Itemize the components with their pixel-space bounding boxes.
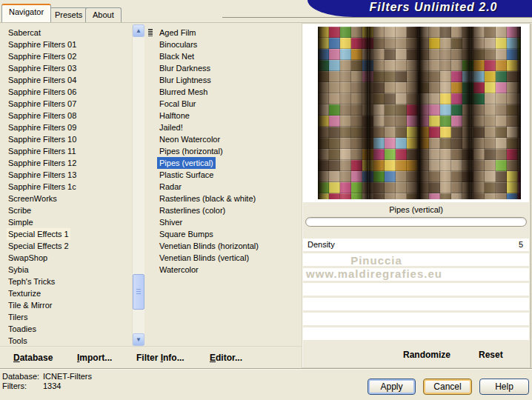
category-scrollbar[interactable]: ▲ ▼ <box>132 24 144 346</box>
filter-item[interactable]: Venetian Blinds (horizontal) <box>147 240 299 252</box>
help-button[interactable]: Help <box>479 379 529 395</box>
filters-unlimited-window: Navigator Presets About Filters Unlimite… <box>0 0 532 400</box>
tab-navigator[interactable]: Navigator <box>1 4 51 22</box>
empty-param-row <box>303 327 529 340</box>
category-item[interactable]: Toadies <box>3 323 130 335</box>
category-item[interactable]: Sapphire Filters 13 <box>3 169 130 181</box>
filter-item[interactable]: Watercolor <box>147 264 299 276</box>
filter-list: Aged FilmBinocularsBlack NetBlur Darknes… <box>147 27 299 276</box>
filter-item[interactable]: Focal Blur <box>147 98 299 110</box>
editor-button[interactable]: Editor... <box>210 353 242 363</box>
menu-strip: DatabaseImport...Filter Info...Editor... <box>0 346 302 369</box>
scrollbar-grip-icon <box>136 289 141 295</box>
category-item[interactable]: Tile & Mirror <box>3 299 130 311</box>
filter-info-button[interactable]: Filter Info... <box>136 353 184 363</box>
category-item[interactable]: Sapphire Filters 10 <box>3 133 130 145</box>
filter-item[interactable]: Venetian Blinds (vertical) <box>147 252 299 264</box>
reset-button[interactable]: Reset <box>479 350 503 360</box>
category-item[interactable]: Special Effects 2 <box>3 240 130 252</box>
category-item[interactable]: Sabercat <box>3 27 130 39</box>
filter-item[interactable]: Aged Film <box>147 27 299 39</box>
category-item[interactable]: Tools <box>3 335 130 347</box>
database-label: Database: <box>2 372 39 381</box>
category-item[interactable]: Sybia <box>3 264 130 276</box>
filter-item[interactable]: Rasterlines (black & white) <box>147 193 299 204</box>
empty-param-row <box>303 313 529 325</box>
filter-item[interactable]: Radar <box>147 181 299 193</box>
empty-param-row <box>303 268 529 281</box>
filter-item[interactable]: Square Bumps <box>147 228 299 240</box>
title-banner: Filters Unlimited 2.0 <box>307 0 532 17</box>
tab-about[interactable]: About <box>85 7 122 22</box>
category-list: SabercatSapphire Filters 01Sapphire Filt… <box>3 27 130 347</box>
category-item[interactable]: ScreenWorks <box>3 193 130 204</box>
category-item[interactable]: Special Effects 1 <box>3 228 130 240</box>
empty-param-row <box>303 283 529 296</box>
list-grip-icon <box>148 29 153 36</box>
filter-item[interactable]: Shiver <box>147 216 299 228</box>
filter-item[interactable]: Blur Lightness <box>147 74 299 86</box>
preview-matte <box>303 24 529 202</box>
filters-label: Filters: <box>2 381 27 390</box>
category-item[interactable]: Tilers <box>3 311 130 323</box>
tab-presets[interactable]: Presets <box>47 7 90 22</box>
category-item[interactable]: SwapShop <box>3 252 130 264</box>
category-item[interactable]: Sapphire Filters 06 <box>3 86 130 98</box>
filter-item[interactable]: Halftone <box>147 110 299 121</box>
category-item[interactable]: Scribe <box>3 204 130 216</box>
randomize-button[interactable]: Randomize <box>403 350 450 360</box>
filter-item[interactable]: Pipes (horizontal) <box>147 145 299 157</box>
render-progressbar <box>305 217 527 227</box>
preview-panel: Pipes (vertical) Density 5 Pinuccia www.… <box>302 23 531 368</box>
filter-item[interactable]: Blurred Mesh <box>147 86 299 98</box>
database-button[interactable]: Database <box>13 353 53 363</box>
filters-value: 1334 <box>43 381 61 390</box>
empty-param-row <box>303 253 529 266</box>
category-item[interactable]: Sapphire Filters 03 <box>3 62 130 74</box>
preview-image[interactable] <box>318 27 521 199</box>
category-item[interactable]: Sapphire Filters 1c <box>3 181 130 193</box>
import-button[interactable]: Import... <box>77 353 112 363</box>
param-value: 5 <box>519 239 523 251</box>
category-item[interactable]: Sapphire Filters 01 <box>3 39 130 50</box>
filter-item[interactable]: Jailed! <box>147 121 299 133</box>
filter-item[interactable]: Black Net <box>147 50 299 62</box>
apply-button[interactable]: Apply <box>368 379 416 395</box>
scrollbar-thumb[interactable] <box>133 274 144 310</box>
category-item[interactable]: Sapphire Filters 09 <box>3 121 130 133</box>
panel-action-row: Randomize Reset <box>302 343 530 367</box>
category-item[interactable]: Teph's Tricks <box>3 276 130 287</box>
scroll-down-icon[interactable]: ▼ <box>133 333 144 346</box>
empty-param-row <box>303 298 529 310</box>
filter-item[interactable]: Rasterlines (color) <box>147 204 299 216</box>
category-item[interactable]: Sapphire Filters 12 <box>3 157 130 169</box>
app-title: Filters Unlimited 2.0 <box>341 1 526 14</box>
filter-item[interactable]: Blur Darkness <box>147 62 299 74</box>
database-value: ICNET-Filters <box>43 372 92 381</box>
category-item[interactable]: Simple <box>3 216 130 228</box>
category-item[interactable]: Sapphire Filters 04 <box>3 74 130 86</box>
filter-item[interactable]: Pipes (vertical) <box>147 157 299 169</box>
category-item[interactable]: Sapphire Filters 11 <box>3 145 130 157</box>
category-item[interactable]: Sapphire Filters 02 <box>3 50 130 62</box>
param-slider-density[interactable]: Density 5 <box>303 239 529 251</box>
param-name: Density <box>307 239 335 251</box>
filter-item[interactable]: Binoculars <box>147 39 299 50</box>
category-item[interactable]: Sapphire Filters 08 <box>3 110 130 121</box>
category-item[interactable]: Texturize <box>3 287 130 299</box>
title-banner-strip: Filters Unlimited 2.0 <box>222 0 532 18</box>
cancel-button[interactable]: Cancel <box>423 379 472 395</box>
preview-filter-title: Pipes (vertical) <box>302 204 530 216</box>
filter-item[interactable]: Neon Watercolor <box>147 133 299 145</box>
status-bar: Database: ICNET-Filters Filters: 1334 Ap… <box>0 368 532 400</box>
category-item[interactable]: Sapphire Filters 07 <box>3 98 130 110</box>
filter-item[interactable]: Plastic Surface <box>147 169 299 181</box>
scroll-up-icon[interactable]: ▲ <box>133 24 144 37</box>
